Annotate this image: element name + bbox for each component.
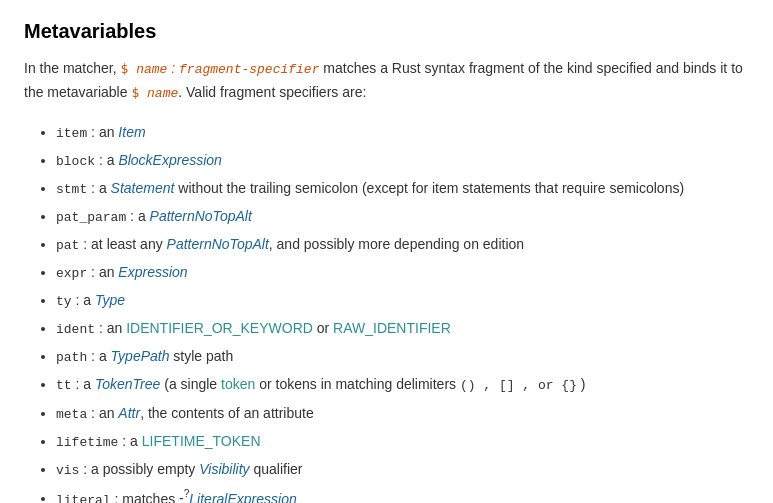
link-PatternNoTopAlt-param[interactable]: PatternNoTopAlt [150, 208, 252, 224]
link-Visibility[interactable]: Visibility [199, 461, 249, 477]
intro-text3: . Valid fragment specifiers are: [178, 84, 366, 100]
link-Item[interactable]: Item [118, 124, 145, 140]
list-item: pat_param : a PatternNoTopAlt [56, 205, 749, 229]
link-TokenTree[interactable]: TokenTree [95, 376, 160, 392]
fragment-specifiers-list: item : an Item block : a BlockExpression… [24, 121, 749, 503]
code-meta: meta [56, 407, 87, 422]
intro-paragraph: In the matcher, $ name : fragment-specif… [24, 57, 749, 105]
code-ty: ty [56, 294, 72, 309]
code-expr: expr [56, 266, 87, 281]
code-block: block [56, 154, 95, 169]
link-BlockExpression[interactable]: BlockExpression [118, 152, 222, 168]
list-item: stmt : a Statement without the trailing … [56, 177, 749, 201]
link-PatternNoTopAlt[interactable]: PatternNoTopAlt [167, 236, 269, 252]
delimiters-code: () , [] , or {} [460, 378, 577, 393]
link-IDENTIFIER-OR-KEYWORD[interactable]: IDENTIFIER_OR_KEYWORD [126, 320, 313, 336]
code-vis: vis [56, 463, 79, 478]
page-title: Metavariables [24, 20, 749, 43]
intro-dollar2: $ [131, 85, 147, 100]
code-pat: pat [56, 238, 79, 253]
code-ident: ident [56, 322, 95, 337]
link-LIFETIME-TOKEN[interactable]: LIFETIME_TOKEN [142, 433, 261, 449]
link-token[interactable]: token [221, 376, 255, 392]
intro-name1: name [136, 62, 167, 77]
link-TypePath[interactable]: TypePath [111, 348, 170, 364]
list-item: literal : matches -?LiteralExpression [56, 486, 749, 503]
intro-dollar1: $ [121, 61, 137, 76]
code-lifetime: lifetime [56, 435, 118, 450]
intro-name2: name [147, 86, 178, 101]
list-item: tt : a TokenTree (a single token or toke… [56, 373, 749, 397]
code-tt: tt [56, 378, 72, 393]
list-item: vis : a possibly empty Visibility qualif… [56, 458, 749, 482]
link-Expression[interactable]: Expression [118, 264, 187, 280]
code-stmt: stmt [56, 182, 87, 197]
list-item: pat : at least any PatternNoTopAlt, and … [56, 233, 749, 257]
list-item: lifetime : a LIFETIME_TOKEN [56, 430, 749, 454]
intro-text1: In the matcher, [24, 60, 121, 76]
intro-colon: : [167, 60, 179, 76]
link-RAW-IDENTIFIER[interactable]: RAW_IDENTIFIER [333, 320, 451, 336]
link-Attr[interactable]: Attr [118, 405, 140, 421]
code-pat-param: pat_param [56, 210, 126, 225]
intro-specifier: fragment-specifier [179, 62, 319, 77]
list-item: ty : a Type [56, 289, 749, 313]
code-literal: literal [56, 492, 111, 503]
list-item: meta : an Attr, the contents of an attri… [56, 402, 749, 426]
list-item: item : an Item [56, 121, 749, 145]
link-LiteralExpression[interactable]: LiteralExpression [189, 490, 296, 503]
code-path: path [56, 350, 87, 365]
list-item: block : a BlockExpression [56, 149, 749, 173]
list-item: expr : an Expression [56, 261, 749, 285]
list-item: ident : an IDENTIFIER_OR_KEYWORD or RAW_… [56, 317, 749, 341]
code-item: item [56, 126, 87, 141]
list-item: path : a TypePath style path [56, 345, 749, 369]
link-Statement[interactable]: Statement [111, 180, 175, 196]
link-Type[interactable]: Type [95, 292, 125, 308]
